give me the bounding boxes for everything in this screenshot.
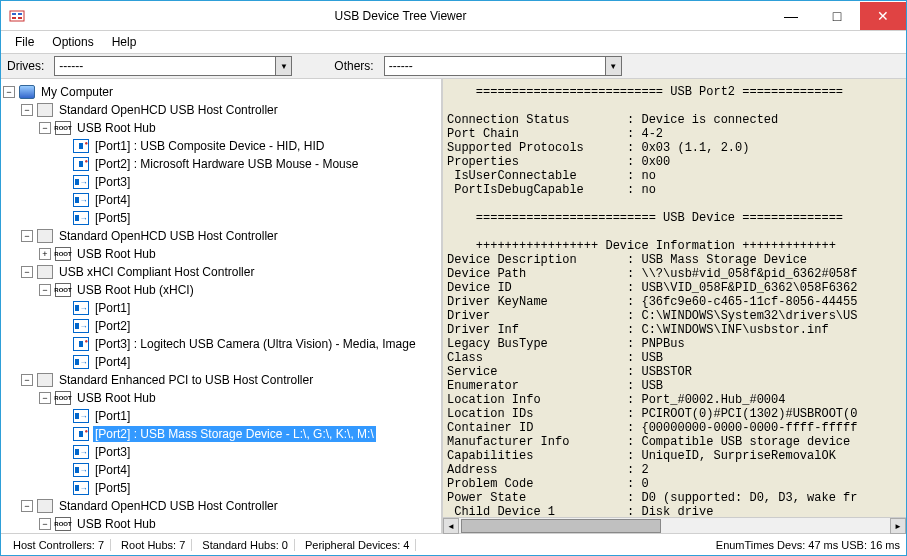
controller-icon [37, 499, 53, 513]
others-value: ------ [385, 59, 605, 73]
roothub-icon [55, 391, 71, 405]
maximize-button[interactable]: □ [814, 2, 860, 30]
port-icon [73, 445, 89, 459]
menu-options[interactable]: Options [44, 33, 101, 51]
port-icon [73, 301, 89, 315]
controller-icon [37, 103, 53, 117]
status-host-controllers: Host Controllers: 7 [7, 539, 111, 551]
tree-node-controller[interactable]: −Standard OpenHCD USB Host Controller [21, 497, 439, 515]
status-enum-times: EnumTimes Devs: 47 ms USB: 16 ms [716, 539, 900, 551]
port-icon [73, 319, 89, 333]
horizontal-scrollbar[interactable]: ◄ ► [443, 517, 906, 533]
tree-node-port[interactable]: [Port1] [57, 407, 439, 425]
controller-icon [37, 373, 53, 387]
tree-node-controller[interactable]: −Standard OpenHCD USB Host Controller [21, 227, 439, 245]
detail-pane[interactable]: ========================== USB Port2 ===… [443, 79, 906, 517]
app-icon [9, 8, 25, 24]
svg-rect-2 [12, 17, 16, 19]
menu-file[interactable]: File [7, 33, 42, 51]
chevron-down-icon[interactable]: ▼ [605, 57, 621, 75]
toolbar: Drives: ------ ▼ Others: ------ ▼ [1, 53, 906, 79]
title-bar: USB Device Tree Viewer — □ ✕ [1, 1, 906, 31]
controller-icon [37, 229, 53, 243]
scroll-right-icon[interactable]: ► [890, 518, 906, 534]
tree-node-port[interactable]: [Port4] [57, 353, 439, 371]
status-bar: Host Controllers: 7 Root Hubs: 7 Standar… [1, 533, 906, 555]
tree-node-port[interactable]: [Port3] [57, 173, 439, 191]
port-device-icon [73, 139, 89, 153]
status-root-hubs: Root Hubs: 7 [115, 539, 192, 551]
port-device-icon [73, 427, 89, 441]
controller-icon [37, 265, 53, 279]
port-device-icon [73, 337, 89, 351]
tree-node-port[interactable]: [Port5] [57, 479, 439, 497]
tree-node-roothub[interactable]: −USB Root Hub [39, 515, 439, 533]
tree-node-controller[interactable]: −Standard OpenHCD USB Host Controller [21, 101, 439, 119]
svg-rect-1 [12, 13, 16, 15]
tree-node-computer[interactable]: −My Computer [3, 83, 439, 101]
roothub-icon [55, 517, 71, 531]
tree-node-port[interactable]: [Port1] : USB Composite Device - HID, HI… [57, 137, 439, 155]
port-icon [73, 463, 89, 477]
roothub-icon [55, 283, 71, 297]
tree-node-port[interactable]: [Port4] [57, 191, 439, 209]
device-tree[interactable]: −My Computer −Standard OpenHCD USB Host … [1, 79, 443, 533]
tree-node-port[interactable]: [Port5] [57, 209, 439, 227]
menu-bar: File Options Help [1, 31, 906, 53]
tree-node-port[interactable]: [Port1] [57, 299, 439, 317]
others-label: Others: [334, 59, 373, 73]
scroll-left-icon[interactable]: ◄ [443, 518, 459, 534]
tree-node-roothub[interactable]: +USB Root Hub [39, 245, 439, 263]
port-device-icon [73, 157, 89, 171]
tree-node-port[interactable]: [Port2] [57, 317, 439, 335]
minimize-button[interactable]: — [768, 2, 814, 30]
tree-node-roothub[interactable]: −USB Root Hub [39, 119, 439, 137]
tree-node-port[interactable]: [Port2] : Microsoft Hardware USB Mouse -… [57, 155, 439, 173]
port-icon [73, 409, 89, 423]
tree-node-roothub[interactable]: −USB Root Hub [39, 389, 439, 407]
port-icon [73, 355, 89, 369]
tree-node-port[interactable]: [Port3] : Logitech USB Camera (Ultra Vis… [57, 335, 439, 353]
drives-label: Drives: [7, 59, 44, 73]
status-peripheral-devices: Peripheral Devices: 4 [299, 539, 417, 551]
svg-rect-3 [18, 13, 22, 15]
status-standard-hubs: Standard Hubs: 0 [196, 539, 295, 551]
svg-rect-0 [10, 11, 24, 21]
tree-node-port[interactable]: [Port3] [57, 443, 439, 461]
port-icon [73, 175, 89, 189]
drives-combo[interactable]: ------ ▼ [54, 56, 292, 76]
computer-icon [19, 85, 35, 99]
chevron-down-icon[interactable]: ▼ [275, 57, 291, 75]
window-title: USB Device Tree Viewer [33, 9, 768, 23]
drives-value: ------ [55, 59, 275, 73]
svg-rect-4 [18, 17, 22, 19]
menu-help[interactable]: Help [104, 33, 145, 51]
port-icon [73, 211, 89, 225]
tree-node-port-selected[interactable]: [Port2] : USB Mass Storage Device - L:\,… [57, 425, 439, 443]
port-icon [73, 481, 89, 495]
port-icon [73, 193, 89, 207]
roothub-icon [55, 247, 71, 261]
close-button[interactable]: ✕ [860, 2, 906, 30]
others-combo[interactable]: ------ ▼ [384, 56, 622, 76]
tree-node-controller[interactable]: −Standard Enhanced PCI to USB Host Contr… [21, 371, 439, 389]
roothub-icon [55, 121, 71, 135]
tree-node-roothub[interactable]: −USB Root Hub (xHCI) [39, 281, 439, 299]
tree-node-port[interactable]: [Port4] [57, 461, 439, 479]
tree-node-controller[interactable]: −USB xHCI Compliant Host Controller [21, 263, 439, 281]
